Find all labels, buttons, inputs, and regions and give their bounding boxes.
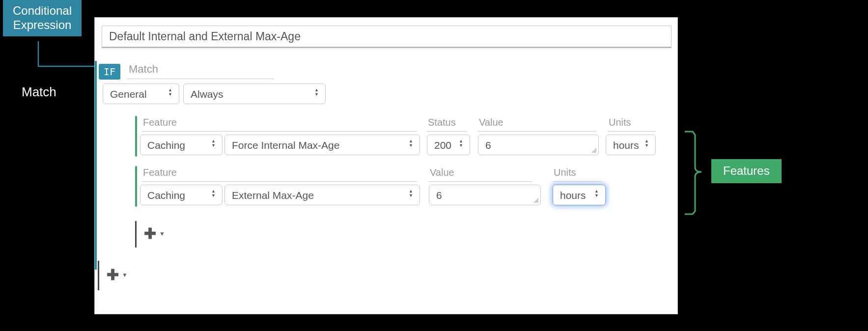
annotation-conditional-expression: Conditional Expression [3, 0, 82, 36]
stepper-icon [459, 139, 466, 151]
if-badge: IF [99, 64, 120, 80]
feature2-name-select[interactable]: External Max-Age [224, 185, 420, 205]
add-match-button[interactable]: ✚ ▼ [107, 266, 128, 283]
units-col-label: Units [553, 166, 602, 182]
caret-down-icon: ▼ [159, 230, 165, 237]
add-indicator-bar [135, 221, 137, 248]
stepper-icon [644, 139, 651, 151]
annotation-features: Features [711, 159, 782, 183]
feature1-value-text: 6 [485, 139, 491, 151]
rule-editor-panel: IF Match General Always Feature Status V… [94, 17, 678, 314]
feature2-value-input[interactable]: 6 [429, 185, 541, 205]
feature1-name-select[interactable]: Force Internal Max-Age [224, 135, 420, 155]
annotation-line1: Conditional [10, 4, 75, 18]
match-condition-value: Always [191, 88, 224, 100]
feature1-name-value: Force Internal Max-Age [232, 139, 339, 151]
match-condition-select[interactable]: Always [183, 83, 326, 104]
value-col-label: Value [478, 116, 596, 132]
feature2-name-value: External Max-Age [232, 190, 314, 201]
feature2-units-select[interactable]: hours [553, 185, 606, 205]
feature1-value-input[interactable]: 6 [478, 135, 599, 155]
feature1-category-select[interactable]: Caching [140, 135, 223, 155]
match-category-select[interactable]: General [103, 83, 179, 104]
feature1-status-value: 200 [434, 139, 451, 151]
feature1-units-value: hours [613, 139, 639, 151]
caret-down-icon: ▼ [122, 272, 128, 278]
feature-indicator-bar [135, 116, 137, 157]
match-category-value: General [110, 88, 147, 100]
annotation-line2: Expression [10, 18, 75, 32]
stepper-icon [594, 189, 601, 201]
units-col-label: Units [608, 116, 656, 132]
add-feature-button[interactable]: ✚ ▼ [144, 225, 165, 242]
feature-col-label: Feature [142, 166, 417, 182]
feature1-units-select[interactable]: hours [606, 135, 656, 155]
match-header-label: Match [127, 61, 274, 79]
feature2-units-value: hours [560, 190, 586, 201]
feature2-value-text: 6 [436, 190, 442, 201]
feature1-category-value: Caching [147, 139, 185, 151]
stepper-icon [168, 88, 175, 100]
stepper-icon [314, 88, 321, 100]
value-col-label: Value [429, 166, 532, 182]
plus-icon: ✚ [144, 225, 156, 242]
status-col-label: Status [427, 116, 466, 132]
feature-col-label: Feature [142, 116, 417, 132]
stepper-icon [409, 139, 416, 151]
feature-indicator-bar [135, 166, 137, 207]
stepper-icon [409, 189, 416, 201]
conditional-indicator-bar [95, 61, 97, 270]
stepper-icon [211, 189, 218, 201]
stepper-icon [211, 139, 218, 151]
add-indicator-bar [98, 261, 99, 290]
feature2-category-value: Caching [147, 190, 185, 201]
plus-icon: ✚ [107, 266, 119, 283]
feature1-status-select[interactable]: 200 [427, 135, 470, 155]
annotation-match: Match [22, 84, 56, 100]
feature2-category-select[interactable]: Caching [140, 185, 223, 205]
rule-title-input[interactable] [102, 26, 672, 48]
